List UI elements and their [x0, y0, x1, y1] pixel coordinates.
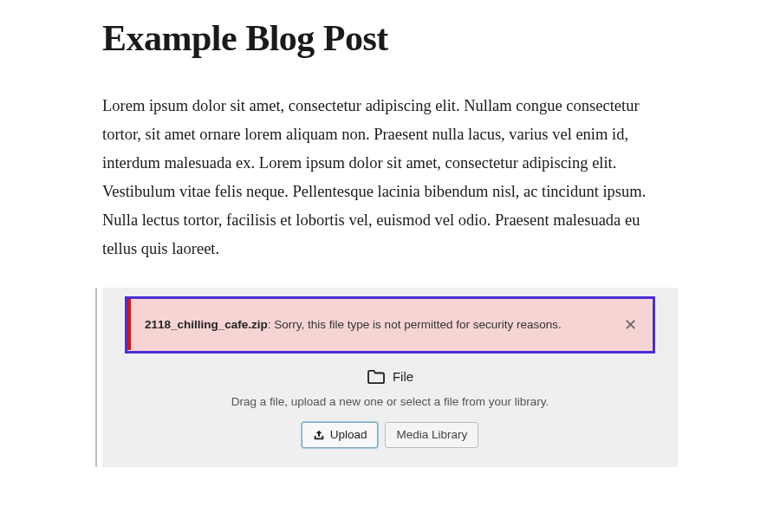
upload-button[interactable]: Upload [302, 422, 379, 448]
close-icon: ✕ [624, 316, 637, 334]
upload-instruction: Drag a file, upload a new one or select … [116, 395, 664, 408]
error-notice: 2118_chilling_cafe.zip: Sorry, this file… [125, 296, 655, 354]
media-library-button[interactable]: Media Library [385, 422, 478, 448]
folder-icon [367, 369, 386, 385]
block-header: File [116, 369, 664, 385]
svg-rect-2 [322, 435, 323, 438]
media-library-button-label: Media Library [396, 429, 467, 441]
dismiss-error-button[interactable]: ✕ [621, 314, 640, 336]
svg-rect-1 [314, 435, 315, 438]
error-message: : Sorry, this file type is not permitted… [268, 318, 562, 331]
button-row: Upload Media Library [116, 422, 664, 448]
error-filename: 2118_chilling_cafe.zip [145, 318, 268, 331]
page-title: Example Blog Post [102, 17, 678, 59]
file-block[interactable]: 2118_chilling_cafe.zip: Sorry, this file… [102, 288, 678, 467]
post-body: Lorem ipsum dolor sit amet, consectetur … [102, 92, 678, 263]
block-selected-wrapper: 2118_chilling_cafe.zip: Sorry, this file… [95, 288, 678, 467]
block-label: File [393, 369, 413, 384]
upload-icon [313, 429, 325, 441]
upload-button-label: Upload [330, 429, 367, 441]
